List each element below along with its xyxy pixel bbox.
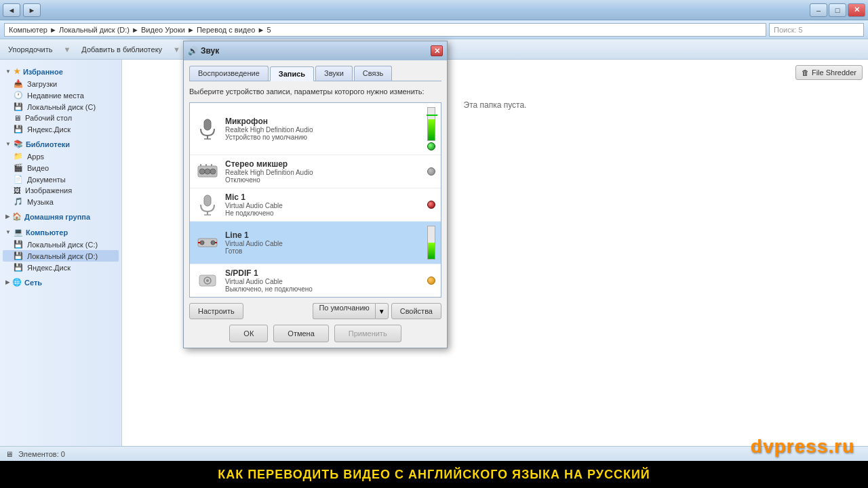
mic-status-dot <box>427 142 435 150</box>
mic1-name: Mic 1 <box>225 192 422 202</box>
dialog-tabs: Воспроизведение Запись Звуки Связь <box>189 66 441 81</box>
dialog-action-row: ОК Отмена Применить <box>189 325 441 342</box>
svg-point-20 <box>206 279 209 282</box>
dialog-title-text: Звук <box>201 46 219 56</box>
line1-device-icon <box>195 230 220 255</box>
mic-device-info: Микрофон Realtek High Definition Audio У… <box>225 117 422 141</box>
mic1-device-icon <box>195 192 220 217</box>
spdif-status-dot <box>427 277 435 285</box>
line1-model: Virtual Audio Cable <box>225 240 422 247</box>
stereo-status: Отключено <box>225 176 422 184</box>
line1-device-info: Line 1 Virtual Audio Cable Готов <box>225 230 422 255</box>
device-item-stereo-mixer[interactable]: Стерео микшер Realtek High Definition Au… <box>190 155 441 188</box>
mic1-status-dot <box>427 201 435 209</box>
configure-btn[interactable]: Настроить <box>189 303 243 319</box>
device-item-spdif[interactable]: S/PDIF 1 Virtual Audio Cable Выключено, … <box>190 264 441 297</box>
device-item-mic[interactable]: Микрофон Realtek High Definition Audio У… <box>190 103 441 155</box>
dialog-overlay: 🔊 Звук ✕ Воспроизведение Запись Звуки Св… <box>0 0 868 488</box>
svg-rect-10 <box>204 195 211 206</box>
mic-status: Устройство по умолчанию <box>225 134 422 141</box>
mic-device-icon <box>195 117 220 141</box>
svg-point-4 <box>199 169 205 174</box>
tab-comms[interactable]: Связь <box>354 66 392 81</box>
sound-icon: 🔊 <box>188 46 198 56</box>
line1-name: Line 1 <box>225 230 422 240</box>
dialog-close-btn[interactable]: ✕ <box>431 45 443 56</box>
sound-dialog: 🔊 Звук ✕ Воспроизведение Запись Звуки Св… <box>183 41 448 348</box>
tab-playback[interactable]: Воспроизведение <box>189 66 269 81</box>
mic1-status: Не подключено <box>225 209 422 217</box>
device-list: Микрофон Realtek High Definition Audio У… <box>189 102 441 298</box>
mic-model: Realtek High Definition Audio <box>225 126 422 134</box>
dialog-title: 🔊 Звук <box>188 46 219 56</box>
mic-level-bar <box>428 119 435 140</box>
mic-level-indicator <box>427 107 435 141</box>
tab-record[interactable]: Запись <box>270 66 314 81</box>
default-dropdown-arrow[interactable]: ▼ <box>375 303 389 319</box>
mic-name: Микрофон <box>225 117 422 126</box>
apply-btn[interactable]: Применить <box>334 325 401 342</box>
spdif-model: Virtual Audio Cable <box>225 278 422 285</box>
spdif-name: S/PDIF 1 <box>225 268 422 278</box>
stereo-model: Realtek High Definition Audio <box>225 169 422 176</box>
line1-status: Готов <box>225 247 422 255</box>
svg-rect-0 <box>204 119 211 130</box>
mic-level-marker <box>427 115 437 116</box>
mic1-model: Virtual Audio Cable <box>225 202 422 209</box>
line1-level-indicator <box>427 226 435 260</box>
spdif-status: Выключено, не подключено <box>225 285 422 293</box>
default-btn[interactable]: По умолчанию <box>313 303 374 319</box>
line1-level-bar <box>428 243 435 259</box>
svg-point-5 <box>205 169 210 174</box>
default-dropdown[interactable]: По умолчанию ▼ <box>313 303 388 319</box>
stereo-device-info: Стерео микшер Realtek High Definition Au… <box>225 159 422 184</box>
tab-sounds[interactable]: Звуки <box>315 66 353 81</box>
stereo-name: Стерео микшер <box>225 159 422 169</box>
dialog-body: Воспроизведение Запись Звуки Связь Выбер… <box>184 60 447 348</box>
device-item-mic1[interactable]: Mic 1 Virtual Audio Cable Не подключено <box>190 188 441 222</box>
svg-point-6 <box>210 169 216 174</box>
properties-btn[interactable]: Свойства <box>391 303 441 319</box>
mic1-device-info: Mic 1 Virtual Audio Cable Не подключено <box>225 192 422 217</box>
spdif-device-icon <box>195 268 220 293</box>
dialog-title-bar: 🔊 Звук ✕ <box>184 41 447 60</box>
device-item-line1[interactable]: Line 1 Virtual Audio Cable Готов <box>190 222 441 264</box>
stereo-device-icon <box>195 159 220 184</box>
dialog-description: Выберите устройство записи, параметры ко… <box>189 87 441 97</box>
ok-btn[interactable]: ОК <box>229 325 268 342</box>
spdif-device-info: S/PDIF 1 Virtual Audio Cable Выключено, … <box>225 268 422 293</box>
svg-point-15 <box>211 241 215 245</box>
dialog-bottom-row: Настроить По умолчанию ▼ Свойства <box>189 303 441 319</box>
svg-point-14 <box>200 241 204 245</box>
stereo-status-dot <box>427 167 435 176</box>
cancel-btn[interactable]: Отмена <box>273 325 328 342</box>
